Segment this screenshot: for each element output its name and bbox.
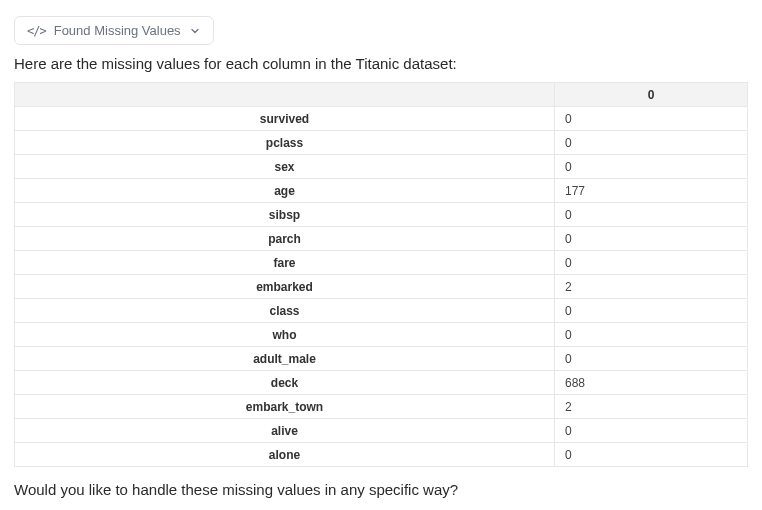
row-value: 0 [555,227,748,251]
row-value: 2 [555,395,748,419]
table-header-blank [15,83,555,107]
row-value: 0 [555,251,748,275]
row-value: 177 [555,179,748,203]
row-label: embarked [15,275,555,299]
row-value: 0 [555,299,748,323]
row-label: fare [15,251,555,275]
row-value: 0 [555,323,748,347]
row-value: 0 [555,347,748,371]
table-row: survived0 [15,107,748,131]
row-value: 688 [555,371,748,395]
row-label: age [15,179,555,203]
row-value: 0 [555,419,748,443]
row-label: parch [15,227,555,251]
intro-text: Here are the missing values for each col… [14,55,748,72]
row-value: 0 [555,107,748,131]
row-value: 2 [555,275,748,299]
table-row: age177 [15,179,748,203]
table-row: adult_male0 [15,347,748,371]
row-label: alive [15,419,555,443]
table-header-row: 0 [15,83,748,107]
table-row: alive0 [15,419,748,443]
table-row: who0 [15,323,748,347]
row-label: adult_male [15,347,555,371]
row-label: who [15,323,555,347]
outro-text: Would you like to handle these missing v… [14,481,748,498]
table-row: embarked2 [15,275,748,299]
table-row: parch0 [15,227,748,251]
chevron-down-icon [189,25,201,37]
row-label: survived [15,107,555,131]
row-label: sibsp [15,203,555,227]
row-value: 0 [555,155,748,179]
row-label: deck [15,371,555,395]
code-icon: </> [27,24,46,38]
code-cell-badge-label: Found Missing Values [54,23,181,38]
row-value: 0 [555,131,748,155]
row-value: 0 [555,203,748,227]
row-label: sex [15,155,555,179]
row-label: class [15,299,555,323]
table-row: sex0 [15,155,748,179]
row-label: pclass [15,131,555,155]
row-label: alone [15,443,555,467]
table-header-value: 0 [555,83,748,107]
table-row: embark_town2 [15,395,748,419]
row-value: 0 [555,443,748,467]
table-row: deck688 [15,371,748,395]
table-row: alone0 [15,443,748,467]
table-row: class0 [15,299,748,323]
missing-values-table: 0 survived0pclass0sex0age177sibsp0parch0… [14,82,748,467]
table-row: pclass0 [15,131,748,155]
row-label: embark_town [15,395,555,419]
table-row: sibsp0 [15,203,748,227]
table-row: fare0 [15,251,748,275]
code-cell-badge[interactable]: </> Found Missing Values [14,16,214,45]
